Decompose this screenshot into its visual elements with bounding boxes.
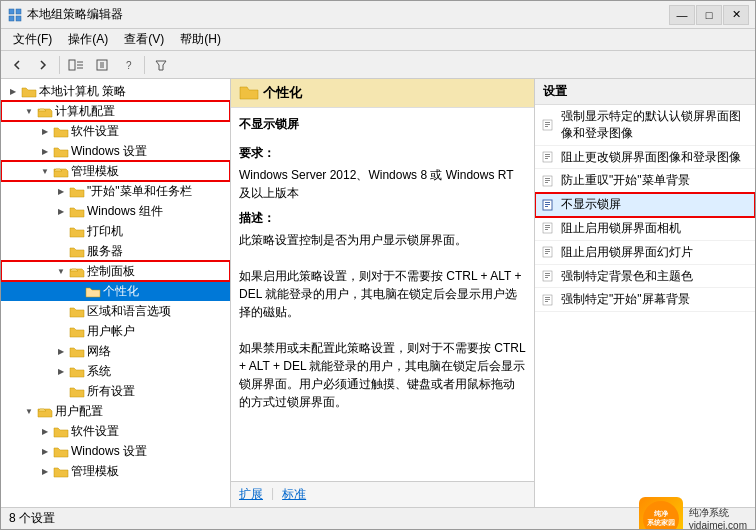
tree-item-user-windows[interactable]: ▶ Windows 设置: [1, 441, 230, 461]
help-button[interactable]: ?: [116, 54, 140, 76]
settings-item-2[interactable]: 防止重叹"开始"菜单背景: [535, 169, 755, 193]
tree-item-all-settings[interactable]: ▶ 所有设置: [1, 381, 230, 401]
settings-item-5[interactable]: 阻止启用锁屏界面幻灯片: [535, 241, 755, 265]
status-bar: 8 个设置 纯净 系统家园 纯净系统 yidaimei.com: [1, 507, 755, 529]
tree-item-personalization[interactable]: ▶ 个性化: [1, 281, 230, 301]
standard-button[interactable]: 标准: [282, 486, 306, 503]
tree-item-user-accounts[interactable]: ▶ 用户帐户: [1, 321, 230, 341]
menu-view[interactable]: 查看(V): [116, 29, 172, 50]
tree-item-label: 用户帐户: [87, 323, 135, 340]
tree-item-system[interactable]: ▶ 系统: [1, 361, 230, 381]
svg-rect-33: [545, 229, 548, 230]
tree-item-label: 管理模板: [71, 463, 119, 480]
expand-icon: ▶: [53, 223, 69, 239]
expand-icon: ▶: [53, 243, 69, 259]
settings-item-text: 强制特定背景色和主题色: [561, 268, 693, 285]
settings-item-7[interactable]: 强制特定"开始"屏幕背景: [535, 288, 755, 312]
tree-item-network[interactable]: ▶ 网络: [1, 341, 230, 361]
menu-file[interactable]: 文件(F): [5, 29, 60, 50]
tree-item-control-panel[interactable]: ▼ 控制面板: [1, 261, 230, 281]
tree-item-user-software[interactable]: ▶ 软件设置: [1, 421, 230, 441]
tree-item-server[interactable]: ▶ 服务器: [1, 241, 230, 261]
svg-rect-3: [16, 16, 21, 21]
tree-item-software[interactable]: ▶ 软件设置: [1, 121, 230, 141]
tree-item-label: Windows 组件: [87, 203, 163, 220]
settings-panel: 设置 强制显示特定的默认认锁屏界面图像和登录图像 阻止更改锁屏界面图像和登录图像…: [535, 79, 755, 507]
svg-rect-44: [545, 299, 550, 300]
svg-rect-27: [545, 202, 550, 203]
filter-button[interactable]: [149, 54, 173, 76]
window-title: 本地组策略编辑器: [27, 6, 123, 23]
settings-item-6[interactable]: 强制特定背景色和主题色: [535, 265, 755, 289]
policy-icon: [541, 244, 557, 260]
folder-icon: [69, 303, 85, 319]
menu-action[interactable]: 操作(A): [60, 29, 116, 50]
tree-item-label: 区域和语言选项: [87, 303, 171, 320]
svg-rect-45: [545, 301, 548, 302]
policy-icon: [541, 292, 557, 308]
desc-require-title: 要求：: [239, 145, 526, 162]
title-bar: 本地组策略编辑器 — □ ✕: [1, 1, 755, 29]
expand-icon: ▶: [53, 343, 69, 359]
settings-item-4[interactable]: 阻止启用锁屏界面相机: [535, 217, 755, 241]
minimize-button[interactable]: —: [669, 5, 695, 25]
maximize-button[interactable]: □: [696, 5, 722, 25]
tree-item-printer[interactable]: ▶ 打印机: [1, 221, 230, 241]
tree-item-windows-settings[interactable]: ▶ Windows 设置: [1, 141, 230, 161]
tree-root[interactable]: ▶ 本地计算机 策略: [1, 81, 230, 101]
folder-icon: [85, 283, 101, 299]
svg-rect-31: [545, 225, 550, 226]
logo-text-1: 纯净系统: [689, 506, 747, 520]
settings-item-1[interactable]: 阻止更改锁屏界面图像和登录图像: [535, 146, 755, 170]
policy-icon: [541, 197, 557, 213]
folder-icon: [53, 443, 69, 459]
menu-help[interactable]: 帮助(H): [172, 29, 229, 50]
expand-button[interactable]: 扩展: [239, 486, 263, 503]
desc-body: 不显示锁屏 要求： Windows Server 2012、Windows 8 …: [231, 108, 534, 481]
svg-rect-21: [545, 158, 548, 159]
tree-item-computer-config[interactable]: ▼ 计算机配置: [1, 101, 230, 121]
tree-item-region[interactable]: ▶ 区域和语言选项: [1, 301, 230, 321]
show-tree-button[interactable]: [64, 54, 88, 76]
desc-header-title: 个性化: [263, 84, 302, 102]
status-count: 8 个设置: [9, 510, 55, 527]
folder-icon: [53, 423, 69, 439]
toolbar-sep-1: [59, 56, 60, 74]
folder-icon: [53, 463, 69, 479]
settings-item-0[interactable]: 强制显示特定的默认认锁屏界面图像和登录图像: [535, 105, 755, 146]
folder-open-icon: [53, 163, 69, 179]
folder-open-icon: [37, 103, 53, 119]
folder-icon: [69, 383, 85, 399]
folder-icon: [69, 203, 85, 219]
tree-item-user-config[interactable]: ▼ 用户配置: [1, 401, 230, 421]
tree-item-label: Windows 设置: [71, 143, 147, 160]
settings-item-text: 防止重叹"开始"菜单背景: [561, 172, 690, 189]
svg-rect-24: [545, 180, 550, 181]
settings-item-text: 不显示锁屏: [561, 196, 621, 213]
tree-item-admin-templates[interactable]: ▼ 管理模板: [1, 161, 230, 181]
settings-item-3-highlighted[interactable]: 不显示锁屏: [535, 193, 755, 217]
tree-item-user-admin[interactable]: ▶ 管理模板: [1, 461, 230, 481]
tree-item-label: 控制面板: [87, 263, 135, 280]
expand-icon: ▼: [37, 163, 53, 179]
tree-item-windows-components[interactable]: ▶ Windows 组件: [1, 201, 230, 221]
tree-item-label: 软件设置: [71, 123, 119, 140]
expand-icon: ▶: [53, 183, 69, 199]
forward-button[interactable]: [31, 54, 55, 76]
logo-area: 纯净 系统家园 纯净系统 yidaimei.com: [639, 497, 747, 531]
close-button[interactable]: ✕: [723, 5, 749, 25]
logo-text-2: yidaimei.com: [689, 520, 747, 530]
toolbar-sep-2: [144, 56, 145, 74]
tree-item-label: 个性化: [103, 283, 139, 300]
svg-rect-17: [545, 126, 548, 127]
tree-item-start-menu[interactable]: ▶ "开始"菜单和任务栏: [1, 181, 230, 201]
desc-header: 个性化: [231, 79, 534, 108]
svg-rect-41: [545, 277, 548, 278]
back-button[interactable]: [5, 54, 29, 76]
settings-item-text: 强制显示特定的默认认锁屏界面图像和登录图像: [561, 108, 749, 142]
menu-bar: 文件(F) 操作(A) 查看(V) 帮助(H): [1, 29, 755, 51]
desc-current-setting: 不显示锁屏: [239, 116, 526, 133]
svg-rect-19: [545, 154, 550, 155]
expand-icon: ▶: [37, 463, 53, 479]
properties-button[interactable]: [90, 54, 114, 76]
